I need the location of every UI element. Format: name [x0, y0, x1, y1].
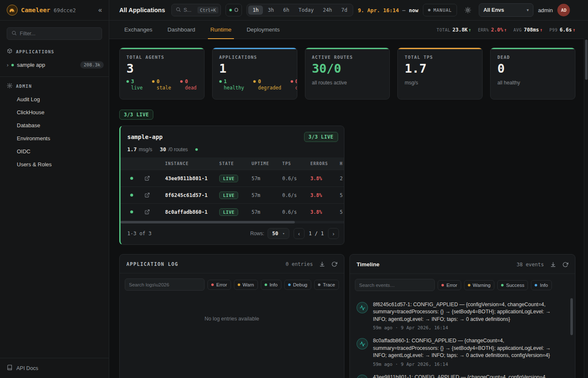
- time-range-6h[interactable]: 6h: [279, 5, 293, 15]
- stat-card-active-routes: ACTIVE ROUTES 30/0 all routes active: [305, 47, 390, 100]
- log-filter-error[interactable]: Error: [207, 280, 231, 290]
- application-name: sample-app: [127, 134, 163, 140]
- external-link-icon[interactable]: [139, 176, 165, 181]
- theme-toggle-button[interactable]: [462, 4, 474, 16]
- timeline-panel: Timeline 38 events Error Warning: [349, 254, 575, 378]
- substat-stale: 0 stale: [152, 79, 171, 91]
- manual-label: MANUAL: [433, 8, 452, 13]
- filter-input-box[interactable]: [7, 27, 102, 40]
- search-placeholder-text: S...: [184, 7, 195, 13]
- tab-runtime[interactable]: Runtime: [210, 21, 231, 39]
- date-range-display[interactable]: 9. Apr. 16:14 — now: [358, 7, 418, 13]
- time-range-1h[interactable]: 1h: [248, 5, 262, 15]
- sidebar-item-audit-log[interactable]: Audit Log: [0, 93, 109, 106]
- sidebar-item-environments[interactable]: Environments: [0, 132, 109, 145]
- row-range: 1-3 of 3: [127, 231, 152, 236]
- chevron-down-icon: ▾: [527, 8, 529, 12]
- timeline-event[interactable]: 8c0affadb860-1: CONFIG_APPLIED — {change…: [357, 337, 566, 367]
- up-arrow-icon: ↑: [540, 27, 543, 33]
- build-hash: 69dcce2: [54, 7, 76, 13]
- timeline-scrollbar-thumb[interactable]: [570, 298, 573, 335]
- time-range-today[interactable]: Today: [294, 5, 318, 15]
- timeline-event[interactable]: 8f6245c61d57-1: CONFIG_APPLIED — {config…: [357, 301, 566, 331]
- tab-dashboard[interactable]: Dashboard: [168, 21, 195, 39]
- timeline-search-input[interactable]: [359, 283, 430, 288]
- time-range-7d[interactable]: 7d: [337, 5, 352, 15]
- external-link-icon[interactable]: [139, 209, 165, 215]
- refresh-icon[interactable]: [562, 262, 568, 268]
- date-separator: —: [402, 7, 406, 13]
- page-scrollbar[interactable]: [584, 39, 588, 378]
- tab-exchanges[interactable]: Exchanges: [124, 21, 152, 39]
- timeline-title: Timeline: [357, 261, 380, 268]
- table-row[interactable]: 8c0affadb860-1 LIVE 57m 0.6/s 3.8% 5: [121, 203, 344, 220]
- timeline-filter-error[interactable]: Error: [438, 280, 461, 290]
- substat-critical: 0 criti: [291, 79, 297, 91]
- environment-select[interactable]: All Envs ▾: [479, 3, 533, 17]
- book-icon: [7, 365, 13, 372]
- rows-per-page-label: Rows:: [250, 231, 264, 236]
- user-name: admin: [538, 7, 553, 13]
- application-card-sample-app: sample-app 3/3 LIVE 1.7msg/s 30/0 routes…: [119, 126, 344, 245]
- chevron-right-icon[interactable]: ›: [7, 62, 8, 68]
- live-badge: 3/3 LIVE: [304, 132, 338, 142]
- prev-page-button[interactable]: ‹: [294, 228, 304, 239]
- log-search-box[interactable]: [125, 278, 205, 291]
- instance-health-dot: [130, 210, 133, 213]
- refresh-icon[interactable]: [331, 261, 337, 267]
- next-page-button[interactable]: ›: [328, 228, 339, 239]
- online-dot: [229, 9, 232, 11]
- sidebar-item-sample-app[interactable]: › sample app 208.3k: [0, 58, 109, 71]
- timeline-filter-info[interactable]: Info: [531, 280, 551, 290]
- substat-dead: 0 dead: [180, 79, 197, 91]
- card-accent: [398, 48, 482, 49]
- log-filter-warn[interactable]: Warn: [234, 280, 258, 290]
- sidebar-collapse-button[interactable]: «: [98, 6, 102, 14]
- sidebar-item-users-roles[interactable]: Users & Roles: [0, 158, 109, 171]
- timeline-events: 8f6245c61d57-1: CONFIG_APPLIED — {config…: [350, 296, 575, 378]
- table-row[interactable]: 43ee9811b801-1 LIVE 57m 0.6/s 3.8% 2: [121, 170, 344, 186]
- rows-per-page-select[interactable]: 50 ▾: [268, 228, 289, 239]
- refresh-mode-button[interactable]: MANUAL: [423, 4, 457, 16]
- manual-dot: [428, 9, 430, 11]
- tab-deployments[interactable]: Deployments: [247, 21, 280, 39]
- log-controls: Error Warn Info Debug Trace: [120, 273, 344, 296]
- log-filter-info[interactable]: Info: [261, 280, 281, 290]
- sidebar-item-database[interactable]: Database: [0, 119, 109, 132]
- page-scrollbar-thumb[interactable]: [585, 39, 588, 80]
- logo: Cameleer 69dcce2: [7, 5, 76, 16]
- sidebar-item-clickhouse[interactable]: ClickHouse: [0, 106, 109, 119]
- global-search[interactable]: S... Ctrl+K: [171, 4, 221, 16]
- download-icon[interactable]: [319, 261, 325, 267]
- log-entries-count: 0 entries: [286, 261, 313, 267]
- tabs: Exchanges Dashboard Runtime Deployments: [124, 21, 280, 39]
- timeline-event[interactable]: 43ee9811b801-1: CONFIG_APPLIED — {change…: [357, 374, 566, 378]
- stat-card-total-tps: TOTAL TPS 1.7 msg/s: [397, 47, 483, 100]
- time-range-3h[interactable]: 3h: [264, 5, 278, 15]
- log-search-input[interactable]: [129, 282, 200, 287]
- timeline-filter-success[interactable]: Success: [497, 280, 528, 290]
- log-filter-trace[interactable]: Trace: [314, 280, 339, 290]
- api-docs-label: API Docs: [16, 365, 38, 371]
- filter-input[interactable]: [20, 31, 97, 37]
- table-row[interactable]: 8f6245c61d57-1 LIVE 57m 0.6/s 3.8% 5: [121, 186, 344, 203]
- online-status-pill[interactable]: O: [226, 4, 242, 16]
- log-filter-debug[interactable]: Debug: [284, 280, 311, 290]
- sidebar-item-oidc[interactable]: OIDC: [0, 145, 109, 158]
- app-title: Cameleer: [21, 7, 50, 13]
- sidebar-header: Cameleer 69dcce2 «: [0, 0, 109, 21]
- chevron-down-icon: ▾: [282, 231, 284, 236]
- external-link-icon[interactable]: [139, 192, 165, 198]
- timeline-filter-warning[interactable]: Warning: [464, 280, 494, 290]
- download-icon[interactable]: [550, 262, 556, 268]
- avatar[interactable]: AD: [557, 4, 570, 16]
- stat-card-total-agents: TOTAL AGENTS 3 3 live 0 stale 0: [119, 47, 205, 100]
- substat-live: 3 live: [126, 79, 143, 91]
- content: TOTAL AGENTS 3 3 live 0 stale 0: [109, 39, 588, 378]
- timeline-controls: Error Warning Success Info: [350, 274, 575, 296]
- timeline-search-box[interactable]: [355, 279, 435, 291]
- time-range-24h[interactable]: 24h: [319, 5, 336, 15]
- applications-section-header: APPLICATIONS: [0, 42, 109, 58]
- up-arrow-icon: ↑: [468, 27, 471, 33]
- api-docs-link[interactable]: API Docs: [0, 358, 109, 378]
